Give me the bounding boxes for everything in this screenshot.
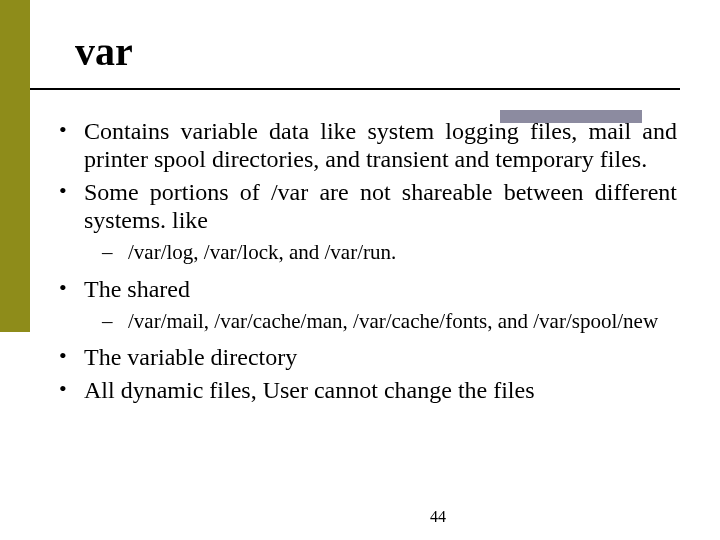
title-area: var: [75, 32, 680, 72]
slide-title: var: [75, 32, 680, 72]
bullet-item: Some portions of /var are not shareable …: [47, 178, 677, 267]
sub-bullet-list: /var/mail, /var/cache/man, /var/cache/fo…: [84, 307, 677, 335]
sub-bullet-item: /var/log, /var/lock, and /var/run.: [84, 238, 677, 266]
accent-sidebar: [0, 0, 30, 332]
title-underline: [30, 88, 680, 90]
bullet-text: The shared: [84, 276, 190, 302]
bullet-text: Some portions of /var are not shareable …: [84, 178, 677, 235]
sub-bullet-text: /var/log, /var/lock, and /var/run.: [128, 240, 396, 264]
bullet-text: All dynamic files, User cannot change th…: [84, 377, 535, 403]
sub-bullet-text: /var/mail, /var/cache/man, /var/cache/fo…: [128, 307, 677, 335]
bullet-text: Contains variable data like system loggi…: [84, 117, 677, 174]
bullet-item: The shared /var/mail, /var/cache/man, /v…: [47, 275, 677, 336]
bullet-text: The variable directory: [84, 344, 297, 370]
page-number: 44: [430, 508, 446, 526]
slide-body: Contains variable data like system loggi…: [47, 117, 677, 408]
sub-bullet-list: /var/log, /var/lock, and /var/run.: [84, 238, 677, 266]
sub-bullet-item: /var/mail, /var/cache/man, /var/cache/fo…: [84, 307, 677, 335]
bullet-item: Contains variable data like system loggi…: [47, 117, 677, 174]
bullet-item: All dynamic files, User cannot change th…: [47, 376, 677, 404]
bullet-item: The variable directory: [47, 343, 677, 371]
bullet-list: Contains variable data like system loggi…: [47, 117, 677, 404]
